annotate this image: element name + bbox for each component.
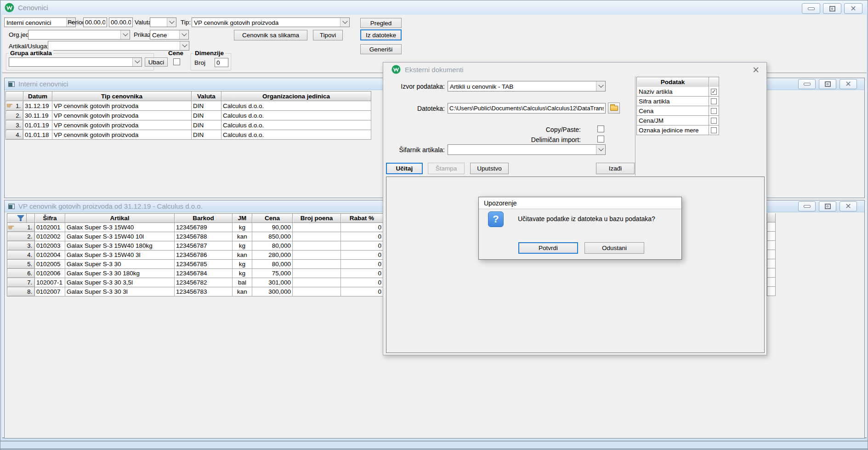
chevron-down-icon[interactable] — [167, 18, 176, 27]
pregled-button[interactable]: Pregled — [360, 18, 402, 28]
col-header-sifra[interactable]: Šifra — [35, 214, 65, 223]
cenovnik-sa-slikama-button[interactable]: Cenovnik sa slikama — [234, 30, 307, 40]
col-header-barkod[interactable]: Barkod — [175, 214, 233, 223]
tipovi-button[interactable]: Tipovi — [313, 30, 343, 40]
podatak-item-cena[interactable]: Cena — [637, 106, 709, 116]
cell-sifra[interactable]: 0102006 — [35, 269, 65, 278]
izadi-button[interactable]: Izađi — [596, 163, 635, 174]
ucitaj-button[interactable]: Učitaj — [386, 163, 423, 174]
cell-sifra[interactable]: 0102002 — [35, 232, 65, 241]
cell-sifra[interactable]: 102007-1 — [35, 278, 65, 287]
cell-broj-poena[interactable] — [293, 232, 341, 241]
podatak-item-naziv-artikla[interactable]: Naziv artikla — [637, 87, 709, 97]
chevron-down-icon[interactable] — [179, 30, 188, 39]
row-selector[interactable]: 3. — [7, 241, 35, 251]
cell-jm[interactable]: kan — [233, 232, 252, 241]
cene-checkbox[interactable] — [173, 58, 180, 65]
chevron-down-icon[interactable] — [596, 81, 605, 91]
row-selector[interactable]: 6. — [7, 269, 35, 278]
cell-artikal[interactable]: Galax Super S-3 15W40 180kg — [65, 241, 175, 251]
cell-barkod[interactable]: 123456783 — [175, 287, 233, 296]
cell-cena[interactable]: 80,000 — [252, 241, 293, 251]
cell-cena[interactable]: 280,000 — [252, 251, 293, 260]
chevron-down-icon[interactable] — [596, 145, 605, 154]
browse-file-button[interactable] — [608, 103, 620, 114]
chevron-down-icon[interactable] — [120, 30, 130, 39]
cell-valuta[interactable]: DIN — [192, 101, 221, 111]
row-selector[interactable]: 2. — [6, 111, 23, 120]
close-button[interactable]: ✕ — [844, 3, 862, 14]
row-selector[interactable]: 2. — [7, 232, 35, 241]
cell-cena[interactable]: 80,000 — [252, 260, 293, 269]
cell-org[interactable]: Calculus d.o.o. — [221, 120, 371, 130]
cell-rabat[interactable]: 0 — [341, 260, 383, 269]
cell-valuta[interactable]: DIN — [192, 120, 221, 130]
filter-funnel-icon[interactable] — [15, 214, 27, 222]
cell-artikal[interactable]: Galax Super S-3 30 3l — [65, 287, 175, 296]
broj-input[interactable] — [215, 58, 228, 67]
stampa-button[interactable]: Štampa — [428, 163, 465, 174]
col-header-org-jedinica[interactable]: Organizaciona jedinica — [221, 91, 371, 101]
cell-broj-poena[interactable] — [293, 251, 341, 260]
valuta-combo[interactable] — [150, 17, 176, 27]
cell-broj-poena[interactable] — [293, 223, 341, 232]
cell-barkod[interactable]: 123456782 — [175, 278, 233, 287]
cell-rabat[interactable]: 0 — [341, 287, 383, 296]
cell-broj-poena[interactable] — [293, 269, 341, 278]
close-icon[interactable]: × — [751, 64, 761, 74]
cell-cena[interactable]: 301,000 — [252, 278, 293, 287]
cell-cena[interactable]: 300,000 — [252, 287, 293, 296]
cell-artikal[interactable]: Galax Super S-3 15W40 — [65, 223, 175, 232]
row-selector[interactable]: 7. — [7, 278, 35, 287]
cell-barkod[interactable]: 123456789 — [175, 223, 233, 232]
cell-rabat[interactable]: 0 — [341, 241, 383, 251]
cell-sifra[interactable]: 0102004 — [35, 251, 65, 260]
period-to-input[interactable] — [109, 17, 133, 27]
row-selector[interactable]: ☛1. — [7, 223, 35, 232]
chevron-down-icon[interactable] — [180, 41, 189, 50]
cell-jm[interactable]: kg — [233, 223, 252, 232]
cell-rabat[interactable]: 0 — [341, 251, 383, 260]
cell-datum[interactable]: 01.01.18 — [23, 130, 52, 140]
filter-column-header[interactable] — [7, 214, 35, 223]
cell-artikal[interactable]: Galax Super S-3 30 180kg — [65, 269, 175, 278]
cell-tip[interactable]: VP cenovnik gotovih proizvoda — [52, 120, 192, 130]
podatak-header[interactable]: Podatak — [637, 77, 709, 87]
cell-barkod[interactable]: 123456788 — [175, 232, 233, 241]
grupa-artikala-combo[interactable] — [9, 57, 142, 67]
cell-barkod[interactable]: 123456787 — [175, 241, 233, 251]
cell-rabat[interactable]: 0 — [341, 223, 383, 232]
podatak-item-oznaka-jm[interactable]: Oznaka jedinice mere — [637, 125, 709, 135]
chevron-down-icon[interactable] — [340, 18, 349, 27]
cell-jm[interactable]: bal — [233, 278, 252, 287]
cell-artikal[interactable]: Galax Super S-3 15W40 10l — [65, 232, 175, 241]
podatak-checkbox[interactable] — [709, 116, 719, 125]
potvrdi-button[interactable]: Potvrdi — [518, 242, 578, 254]
cell-broj-poena[interactable] — [293, 260, 341, 269]
cell-sifra[interactable]: 0102005 — [35, 260, 65, 269]
row-selector[interactable]: 8. — [7, 287, 35, 296]
cell-jm[interactable]: kg — [233, 269, 252, 278]
cell-sifra[interactable]: 0102007 — [35, 287, 65, 296]
period-from-input[interactable] — [83, 17, 107, 27]
podatak-checkbox[interactable]: ✓ — [709, 87, 719, 97]
sifarnik-artikala-combo[interactable] — [448, 144, 606, 155]
cell-cena[interactable]: 75,000 — [252, 269, 293, 278]
minimize-button[interactable] — [798, 201, 816, 211]
view-combo[interactable]: Interni cenovnici — [4, 17, 76, 27]
row-selector[interactable]: 4. — [7, 251, 35, 260]
cell-valuta[interactable]: DIN — [192, 130, 221, 140]
cell-tip[interactable]: VP cenovnik gotovih proizvoda — [52, 111, 192, 120]
cell-cena[interactable]: 90,000 — [252, 223, 293, 232]
selector-column-header[interactable] — [6, 91, 23, 101]
orgjed-combo[interactable] — [28, 30, 130, 40]
cell-tip[interactable]: VP cenovnik gotovih proizvoda — [52, 101, 192, 111]
cell-org[interactable]: Calculus d.o.o. — [221, 130, 371, 140]
cell-jm[interactable]: kan — [233, 287, 252, 296]
col-header-datum[interactable]: Datum — [23, 91, 52, 101]
uputstvo-button[interactable]: Uputstvo — [470, 163, 509, 174]
cell-sifra[interactable]: 0102003 — [35, 241, 65, 251]
cell-broj-poena[interactable] — [293, 241, 341, 251]
odustani-button[interactable]: Odustani — [584, 242, 644, 254]
copy-paste-checkbox[interactable] — [597, 125, 604, 132]
